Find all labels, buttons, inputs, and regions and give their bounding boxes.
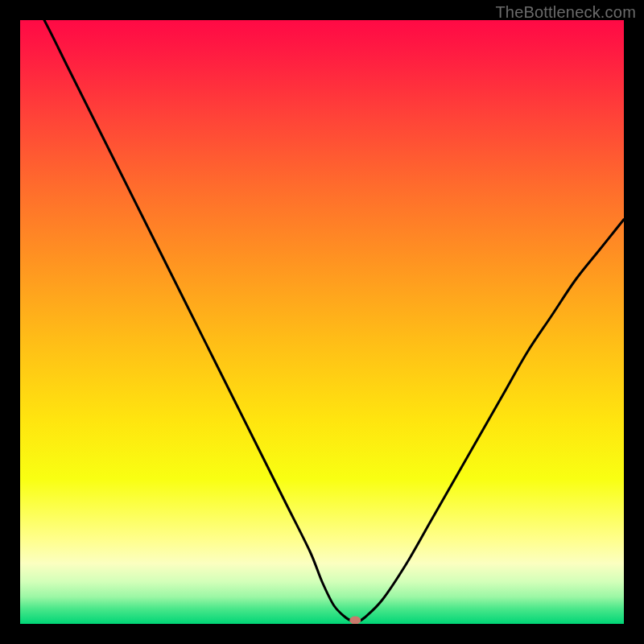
chart-svg xyxy=(20,20,624,624)
watermark-text: TheBottleneck.com xyxy=(495,3,636,22)
chart-frame: TheBottleneck.com xyxy=(0,0,644,644)
plot-area xyxy=(20,20,624,624)
gradient-bg xyxy=(20,20,624,624)
